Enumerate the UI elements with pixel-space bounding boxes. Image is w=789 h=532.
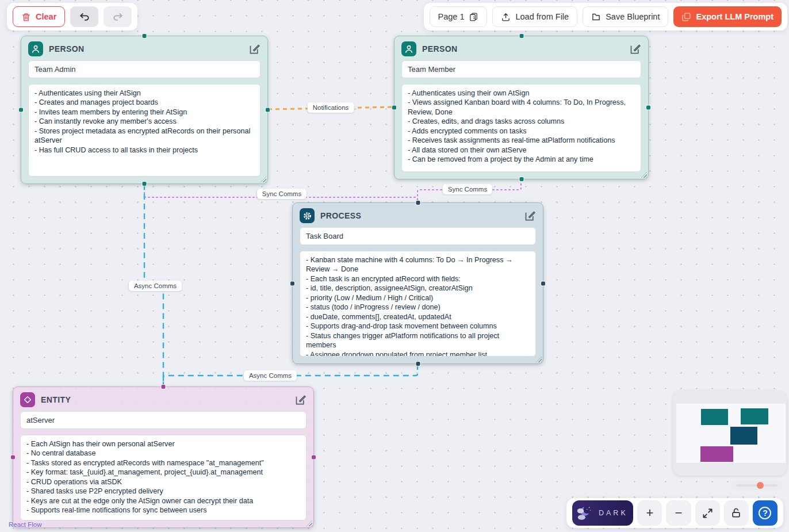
edge-label-sync-comms-2[interactable]: Sync Comms xyxy=(443,184,492,194)
load-from-file-label: Load from File xyxy=(515,12,569,21)
minimap-node-team-admin xyxy=(701,409,728,425)
dark-mode-label: DARK xyxy=(599,509,628,517)
fit-view-button[interactable] xyxy=(695,500,720,526)
controls-bar: DARK + − ? xyxy=(566,498,783,528)
resize-handle[interactable] xyxy=(536,357,542,362)
node-name-field[interactable]: Team Member xyxy=(401,60,641,78)
zoom-in-button[interactable]: + xyxy=(637,500,662,526)
diamond-icon xyxy=(20,392,35,407)
handle-left[interactable] xyxy=(10,455,16,460)
edit-node-button[interactable] xyxy=(524,210,536,222)
edit-node-button[interactable] xyxy=(294,394,307,406)
resize-handle[interactable] xyxy=(307,520,312,526)
zoom-slider-knob[interactable] xyxy=(757,482,764,489)
handle-right[interactable] xyxy=(541,281,546,286)
minimap-node-team-member xyxy=(741,408,768,424)
svg-text:1: 1 xyxy=(473,16,476,20)
load-from-file-button[interactable]: Load from File xyxy=(492,6,577,27)
node-type-label: ENTITY xyxy=(41,395,71,404)
handle-top[interactable] xyxy=(142,33,147,39)
upload-icon xyxy=(501,12,511,22)
clear-button-label: Clear xyxy=(36,12,56,21)
edge-label-sync-comms-1[interactable]: Sync Comms xyxy=(257,189,307,199)
handle-right[interactable] xyxy=(311,455,316,460)
zoom-slider[interactable] xyxy=(731,481,782,490)
gear-icon xyxy=(300,208,315,223)
pages-icon: 1 xyxy=(469,12,478,22)
person-icon xyxy=(28,41,43,56)
page-button[interactable]: Page 1 1 xyxy=(430,6,488,27)
handle-left[interactable] xyxy=(18,108,24,113)
handle-top[interactable] xyxy=(415,200,420,205)
edit-node-button[interactable] xyxy=(248,43,261,55)
edit-node-button[interactable] xyxy=(629,43,641,55)
node-name-field[interactable]: Task Board xyxy=(300,227,536,245)
node-type-label: PERSON xyxy=(422,44,458,53)
handle-right[interactable] xyxy=(265,108,270,113)
toolbar-right: Page 1 1 Load from File Save Blueprint xyxy=(424,3,788,30)
export-llm-prompt-label: Export LLM Prompt xyxy=(696,12,773,21)
trash-icon xyxy=(21,12,31,22)
node-header: ENTITY xyxy=(13,387,313,411)
node-person-team-member[interactable]: PERSON Team Member - Authenticates using… xyxy=(394,36,649,179)
resize-handle[interactable] xyxy=(641,172,647,178)
handle-bottom[interactable] xyxy=(415,361,420,366)
handle-bottom[interactable] xyxy=(519,177,524,182)
handle-bottom[interactable] xyxy=(142,181,147,186)
node-header: PERSON xyxy=(394,36,648,60)
handle-top[interactable] xyxy=(519,33,524,39)
clear-button[interactable]: Clear xyxy=(13,6,65,27)
node-description-field[interactable]: - Authenticates using their AtSign - Cre… xyxy=(28,84,261,177)
node-name-field[interactable]: atServer xyxy=(20,411,307,429)
save-blueprint-button[interactable]: Save Blueprint xyxy=(583,6,668,27)
unlock-icon xyxy=(730,507,742,519)
minimap[interactable] xyxy=(673,391,787,476)
redo-button[interactable] xyxy=(104,6,132,27)
node-description-field[interactable]: - Authenticates using their own AtSign -… xyxy=(401,84,641,172)
handle-right[interactable] xyxy=(646,105,651,110)
node-header: PERSON xyxy=(21,36,267,60)
dark-mode-toggle[interactable]: DARK xyxy=(572,500,633,526)
minimap-node-atserver xyxy=(700,446,733,462)
expand-arrows-icon xyxy=(702,508,713,519)
handle-top[interactable] xyxy=(161,384,166,389)
node-process-task-board[interactable]: PROCESS Task Board - Kanban state machin… xyxy=(292,202,543,364)
resize-handle[interactable] xyxy=(261,177,266,182)
node-header: PROCESS xyxy=(293,203,543,227)
export-llm-prompt-button[interactable]: Export LLM Prompt xyxy=(673,6,782,27)
lock-button[interactable] xyxy=(724,500,749,526)
save-blueprint-label: Save Blueprint xyxy=(606,12,660,21)
node-person-team-admin[interactable]: PERSON Team Admin - Authenticates using … xyxy=(21,36,268,184)
handle-left[interactable] xyxy=(392,105,397,110)
moon-cloud-icon xyxy=(576,503,595,523)
page-button-label: Page 1 xyxy=(438,12,465,21)
zoom-out-button[interactable]: − xyxy=(666,500,691,526)
node-type-label: PROCESS xyxy=(320,211,361,220)
minimap-node-task-board xyxy=(730,427,757,445)
person-icon xyxy=(401,41,416,56)
node-entity-atserver[interactable]: ENTITY atServer - Each AtSign has their … xyxy=(13,386,314,528)
question-mark-icon: ? xyxy=(759,507,771,519)
node-description-field[interactable]: - Kanban state machine with 4 columns: T… xyxy=(300,251,536,357)
export-icon xyxy=(681,12,691,22)
undo-icon xyxy=(79,11,90,22)
react-flow-attribution[interactable]: React Flow xyxy=(9,521,42,528)
edge-label-async-comms-2[interactable]: Async Comms xyxy=(244,370,297,381)
edge-label-async-comms-1[interactable]: Async Comms xyxy=(129,281,182,291)
undo-button[interactable] xyxy=(70,6,98,27)
toolbar-left: Clear xyxy=(7,3,137,30)
edge-label-notifications[interactable]: Notifications xyxy=(308,102,354,113)
node-description-field[interactable]: - Each AtSign has their own personal atS… xyxy=(20,435,307,520)
node-type-label: PERSON xyxy=(49,44,85,53)
node-name-field[interactable]: Team Admin xyxy=(28,60,261,78)
redo-icon xyxy=(112,11,124,22)
handle-left[interactable] xyxy=(290,281,295,286)
help-button[interactable]: ? xyxy=(753,500,777,526)
save-icon xyxy=(591,12,601,22)
